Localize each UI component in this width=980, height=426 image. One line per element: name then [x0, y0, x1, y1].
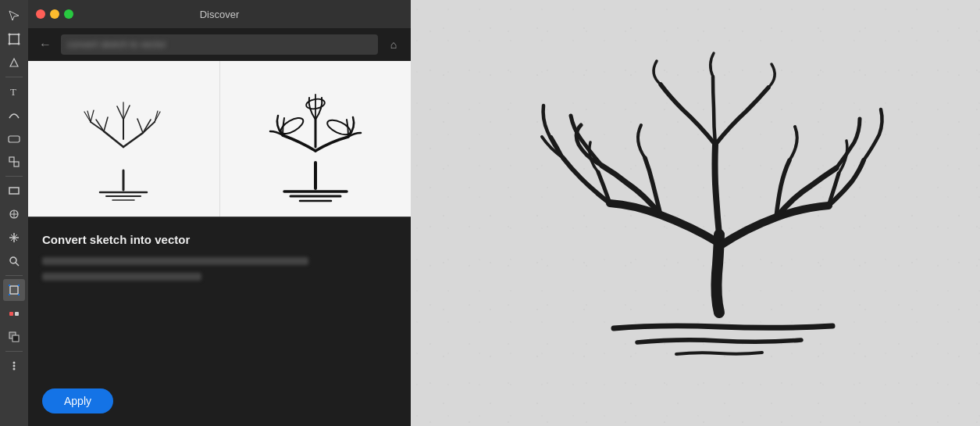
svg-rect-9: [9, 188, 19, 194]
svg-point-1: [9, 34, 11, 36]
svg-point-25: [13, 365, 16, 367]
info-area: Convert sketch into vector: [28, 217, 411, 376]
svg-point-24: [13, 362, 16, 364]
svg-line-39: [137, 119, 143, 133]
svg-line-43: [123, 106, 130, 120]
home-button[interactable]: ⌂: [384, 35, 403, 54]
section-title: Convert sketch into vector: [42, 233, 397, 246]
svg-point-13: [10, 257, 16, 263]
svg-point-51: [325, 116, 352, 137]
svg-rect-8: [14, 162, 19, 166]
svg-rect-18: [9, 294, 10, 295]
svg-line-34: [84, 112, 91, 122]
plugin-icon[interactable]: [3, 302, 25, 324]
toolbar-separator-1: [5, 77, 23, 77]
maximize-button[interactable]: [64, 9, 73, 19]
svg-rect-19: [18, 294, 20, 295]
description-line-2: [42, 273, 201, 281]
svg-point-50: [278, 114, 305, 136]
svg-point-2: [18, 34, 20, 36]
pen-tool-icon[interactable]: [3, 52, 25, 73]
svg-line-32: [96, 120, 104, 131]
svg-point-26: [13, 368, 16, 371]
svg-rect-17: [18, 285, 20, 286]
panel-title: Discover: [200, 9, 240, 20]
svg-rect-7: [9, 157, 14, 162]
svg-rect-0: [9, 34, 19, 44]
canvas-background: [411, 0, 980, 426]
toolbar-separator-3: [5, 275, 23, 276]
svg-rect-20: [9, 312, 13, 316]
svg-line-42: [117, 106, 123, 120]
vector-preview[interactable]: [220, 61, 412, 217]
zoom-tool-icon[interactable]: [3, 250, 25, 272]
svg-rect-23: [12, 335, 19, 342]
svg-line-36: [91, 110, 94, 122]
scroll-area: [28, 61, 411, 217]
svg-line-35: [87, 111, 91, 122]
svg-line-33: [104, 117, 108, 131]
sketch-tree-svg: [77, 77, 170, 202]
toolbar: T: [0, 0, 28, 426]
svg-text:T: T: [10, 86, 16, 98]
canvas-area: [411, 0, 980, 426]
svg-point-4: [18, 43, 20, 45]
preview-area: [28, 61, 411, 217]
close-button[interactable]: [36, 9, 45, 19]
canvas-main-tree: [489, 16, 957, 406]
svg-rect-6: [9, 136, 20, 142]
svg-line-31: [91, 122, 104, 131]
artboard-tool-icon[interactable]: [3, 279, 25, 301]
svg-line-14: [16, 263, 19, 266]
svg-rect-16: [9, 285, 10, 286]
description-line-1: [42, 257, 308, 265]
apply-button-area: Apply: [28, 376, 411, 426]
window-controls: [36, 9, 73, 19]
minimize-button[interactable]: [50, 9, 59, 19]
color-fill-icon[interactable]: [3, 326, 25, 348]
nav-bar: ← convert sketch to vector ⌂: [28, 28, 411, 61]
svg-line-29: [123, 133, 143, 147]
eraser-tool-icon[interactable]: [3, 127, 25, 149]
vector-tree-svg: [261, 73, 370, 206]
shape-builder-icon[interactable]: [3, 151, 25, 173]
toolbar-separator-2: [5, 176, 23, 177]
curve-tool-icon[interactable]: [3, 104, 25, 126]
transform-tool-icon[interactable]: [3, 227, 25, 249]
search-value-blurred: convert sketch to vector: [67, 39, 166, 50]
selection-tool-icon[interactable]: [3, 28, 25, 50]
svg-line-28: [104, 131, 123, 147]
rectangle-tool-icon[interactable]: [3, 180, 25, 202]
svg-point-3: [9, 43, 11, 45]
discover-panel: Discover ← convert sketch to vector ⌂: [28, 0, 411, 426]
apply-button[interactable]: Apply: [42, 388, 113, 413]
back-button[interactable]: ←: [36, 35, 55, 54]
type-tool-icon[interactable]: T: [3, 81, 25, 102]
svg-rect-21: [15, 312, 19, 316]
title-bar: Discover: [28, 0, 411, 28]
arrow-tool-icon[interactable]: [3, 5, 25, 27]
svg-rect-15: [10, 286, 18, 294]
more-options-icon[interactable]: [3, 355, 25, 377]
eyedropper-icon[interactable]: [3, 203, 25, 225]
sketch-preview[interactable]: [28, 61, 220, 217]
search-bar[interactable]: convert sketch to vector: [61, 34, 378, 55]
toolbar-separator-4: [5, 351, 23, 352]
